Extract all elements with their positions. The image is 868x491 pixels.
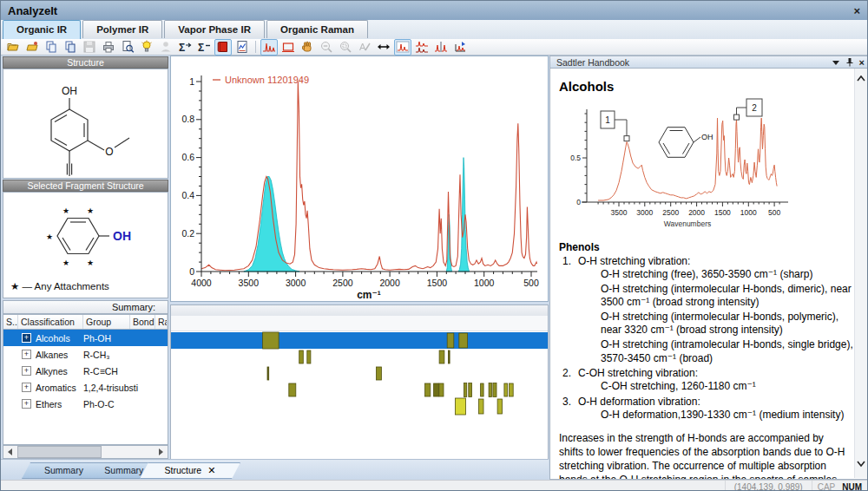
pan-hand-icon[interactable] (299, 39, 316, 56)
table-row[interactable]: +Aromatics 1,2,4-trisubsti (3, 379, 168, 396)
transfer-spectrum-icon[interactable] (451, 39, 469, 56)
print-preview-icon[interactable] (119, 39, 136, 56)
column-header[interactable]: Classification (18, 315, 83, 329)
svg-text:0.8: 0.8 (181, 114, 194, 124)
svg-text:3500: 3500 (611, 208, 628, 217)
summary-table-hscrollbar[interactable] (3, 445, 168, 459)
svg-text:★: ★ (87, 259, 94, 267)
column-header[interactable]: Bond (130, 315, 155, 329)
svg-text:0: 0 (576, 198, 581, 206)
svg-text:Wavenumbers: Wavenumbers (664, 219, 711, 228)
table-row[interactable]: +Alkanes R-CH₃ (3, 346, 168, 363)
reference-spectrum-chart: 35003000250020001500100050000.5Wavenumbe… (559, 97, 851, 229)
summary-title-bar: Summary: (3, 300, 168, 314)
vibration-item: 3.O-H deformation vibration: (559, 396, 856, 408)
scroll-left-icon[interactable] (3, 446, 16, 458)
scroll-down-icon[interactable] (857, 461, 865, 468)
print-icon[interactable] (100, 39, 117, 56)
group-cell: R-C≡CH (83, 366, 144, 376)
handbook-heading: Alcohols (559, 79, 856, 94)
app-title: AnalyzeIt (1, 4, 57, 17)
cursor-coordinates: (1404.139, 0.989) (725, 481, 812, 491)
vibration-detail: O-H stretching (intermolecular H-bonds, … (601, 283, 856, 310)
band-map-header (171, 316, 548, 331)
application-window: AnalyzeIt × Organic IRPolymer IRVapor Ph… (0, 0, 868, 491)
group-cell: Ph-O-C (83, 399, 144, 409)
zoom-region-icon (337, 39, 354, 56)
report-document-icon[interactable] (233, 39, 251, 56)
structure-panel-header: Structure (3, 56, 168, 69)
region-display-icon[interactable] (279, 39, 297, 56)
classification-cell: Alkanes (36, 350, 68, 360)
tab-organic-ir[interactable]: Organic IR (3, 20, 81, 39)
svg-text:4000: 4000 (191, 278, 212, 288)
overlay-view-icon[interactable] (394, 39, 411, 56)
expand-icon[interactable]: + (22, 366, 31, 376)
table-row[interactable]: +Ethers Ph-O-C (3, 396, 168, 412)
open-library-icon[interactable] (23, 39, 41, 56)
phenols-subheading: Phenols (559, 241, 856, 253)
tab-close-icon[interactable]: ✕ (207, 465, 215, 475)
classification-cell: Alcohols (36, 333, 70, 344)
column-header[interactable]: Ran (155, 315, 168, 329)
expand-icon[interactable]: + (22, 399, 31, 409)
copy-special-icon[interactable] (62, 39, 79, 56)
attachments-note: ★ — Any Attachments (10, 281, 109, 291)
stack-view-icon[interactable] (413, 39, 431, 56)
pin-icon[interactable] (846, 58, 853, 67)
band-map-chart[interactable] (171, 331, 548, 460)
svg-text:★: ★ (62, 206, 69, 215)
hscroll-thumb[interactable] (17, 446, 102, 458)
column-header[interactable]: S... (3, 315, 18, 329)
svg-text:0.6: 0.6 (181, 152, 194, 162)
spectrum-chart[interactable]: 400035003000250020001500100050000.20.40.… (171, 56, 548, 301)
scroll-up-icon[interactable] (857, 75, 865, 82)
svg-text:Unknown 11201949: Unknown 11201949 (225, 75, 309, 85)
svg-text:0.4: 0.4 (181, 190, 194, 200)
workbook-tab-row: Organic IRPolymer IRVapor Phase IROrgani… (1, 20, 868, 40)
window-close-button[interactable]: × (853, 5, 860, 16)
save-icon (81, 39, 98, 56)
view-tab-structure[interactable]: Structure✕ (140, 462, 240, 479)
toolbar-separator (255, 41, 256, 53)
expand-icon[interactable]: + (22, 383, 31, 392)
expand-icon[interactable]: + (22, 350, 31, 359)
classification-cell: Ethers (36, 399, 62, 409)
svg-text:1500: 1500 (714, 208, 731, 217)
band-map-panel[interactable] (170, 304, 549, 461)
svg-text:cm⁻¹: cm⁻¹ (357, 289, 381, 301)
sum-spectra-icon[interactable]: Σ (176, 39, 194, 56)
vibration-item: 2.C-OH stretching vibration: (559, 367, 856, 379)
tab-organic-raman[interactable]: Organic Raman (266, 20, 368, 38)
tab-vapor-phase-ir[interactable]: Vapor Phase IR (164, 20, 265, 38)
svg-text:Σ: Σ (179, 42, 185, 54)
svg-text:★: ★ (87, 206, 94, 215)
subtract-spectra-icon[interactable]: Σ (195, 39, 213, 56)
vibration-detail: O-H stretching (intramolecular H-bonds, … (601, 338, 856, 365)
handbook-panel-title: Sadtler Handbook (556, 57, 629, 68)
column-header[interactable]: Group (83, 315, 130, 329)
handbook-paragraph: Increases in the strength of H-bonds are… (559, 432, 856, 480)
spectrum-chart-panel[interactable]: 400035003000250020001500100050000.20.40.… (170, 56, 549, 302)
table-row[interactable]: +Alcohols Ph-OH (3, 330, 168, 346)
dropdown-arrow-icon[interactable] (832, 60, 840, 66)
handbook-panel: Alcohols 35003000250020001500100050000.5… (549, 69, 868, 480)
handbook-vscrollbar[interactable] (854, 69, 867, 478)
open-spectrum-icon[interactable] (4, 39, 22, 56)
copy-icon[interactable] (43, 39, 60, 56)
table-row[interactable]: +Alkynes R-C≡CH (3, 363, 168, 379)
panel-close-icon[interactable]: × (859, 58, 865, 68)
main-toolbar: Σ Σ A (1, 39, 868, 56)
vibration-detail: O-H deformation,1390-1330 cm⁻¹ (medium i… (601, 409, 856, 422)
split-view-icon[interactable] (432, 39, 450, 56)
ether-oxygen-label: O (105, 146, 113, 158)
full-range-icon[interactable] (375, 39, 392, 56)
title-bar: AnalyzeIt × (1, 1, 868, 21)
hint-lightbulb-icon[interactable] (138, 39, 155, 56)
spectrum-display-icon[interactable] (260, 39, 278, 56)
expand-icon[interactable]: + (22, 333, 31, 343)
tab-polymer-ir[interactable]: Polymer IR (82, 20, 162, 38)
scroll-right-icon[interactable] (155, 446, 168, 458)
handbook-icon[interactable] (214, 39, 232, 56)
summary-table-header: S...ClassificationGroupBondRan (3, 314, 168, 330)
